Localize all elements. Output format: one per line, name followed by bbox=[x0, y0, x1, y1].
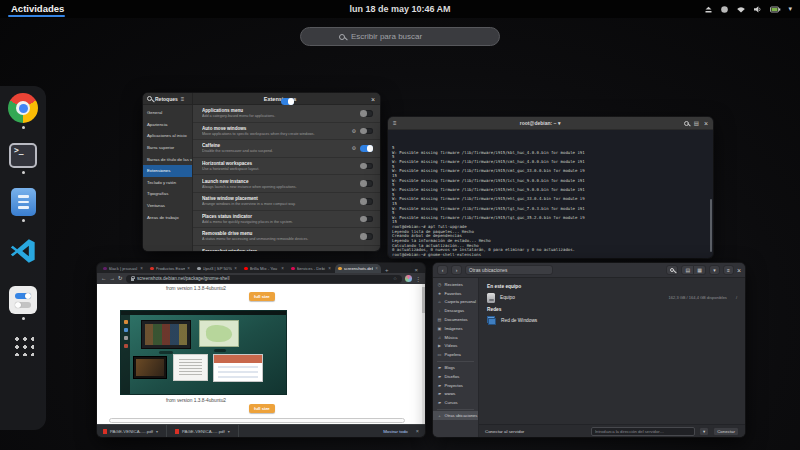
terminal-scrollbar[interactable] bbox=[710, 199, 712, 253]
forward-button[interactable]: › bbox=[451, 265, 462, 275]
browser-tab[interactable]: Upst3 | SP 50%2 × bbox=[194, 264, 240, 273]
sidebar-place[interactable]: ▰ Cursos bbox=[433, 398, 478, 407]
sidebar-item[interactable]: Tipografías bbox=[143, 188, 192, 200]
close-icon[interactable]: × bbox=[371, 96, 375, 103]
sidebar-place[interactable]: ⌂ Carpeta personal bbox=[433, 298, 478, 307]
sidebar-place[interactable]: ★ Favoritos bbox=[433, 289, 478, 298]
dock-item-app-grid[interactable] bbox=[12, 334, 34, 362]
browser-tab[interactable]: Services - Debi × bbox=[288, 264, 334, 273]
dock-item-chrome[interactable] bbox=[8, 93, 38, 129]
browser-tab[interactable]: screenshots.debi × bbox=[335, 264, 381, 273]
extension-toggle[interactable] bbox=[360, 180, 373, 187]
sidebar-item[interactable]: Barra superior bbox=[143, 142, 192, 154]
connect-button[interactable]: Conectar bbox=[713, 427, 739, 436]
sidebar-item[interactable]: Áreas de trabajo bbox=[143, 211, 192, 223]
dock-item-vscode[interactable] bbox=[8, 236, 38, 272]
gear-icon[interactable]: ⚙ bbox=[352, 128, 356, 134]
clock[interactable]: lun 18 de may 10:46 AM bbox=[349, 4, 450, 14]
list-view-button[interactable]: ▤ bbox=[681, 265, 694, 275]
close-icon[interactable]: × bbox=[737, 267, 741, 274]
back-icon[interactable]: ← bbox=[101, 276, 107, 282]
extensions-master-toggle[interactable] bbox=[281, 98, 294, 105]
system-status-area[interactable]: ▾ bbox=[704, 5, 792, 14]
search-input[interactable] bbox=[351, 32, 461, 41]
close-downloads-bar-icon[interactable]: × bbox=[416, 428, 419, 434]
server-address-input[interactable] bbox=[591, 427, 695, 436]
browser-menu-icon[interactable]: ⋮ bbox=[415, 275, 421, 282]
bookmark-star-icon[interactable]: ☆ bbox=[393, 276, 397, 281]
sidebar-place[interactable]: ↓ Descargas bbox=[433, 306, 478, 315]
dock-item-files[interactable] bbox=[11, 188, 36, 222]
location-row-computer[interactable]: Equipo 162,3 GB / 164,4 GB disponibles / bbox=[487, 291, 737, 304]
browser-tab[interactable]: Brilla Mix - You × bbox=[241, 264, 287, 273]
tab-close-icon[interactable]: × bbox=[328, 266, 331, 271]
extension-toggle[interactable] bbox=[360, 128, 373, 135]
download-item[interactable]: PAGE-VENICA-….pdf ▾ bbox=[103, 425, 167, 437]
extension-toggle[interactable] bbox=[360, 233, 373, 240]
page-text-input[interactable] bbox=[109, 418, 405, 423]
show-all-downloads-button[interactable]: Mostrar todo bbox=[383, 429, 408, 434]
sidebar-item[interactable]: Ventanas bbox=[143, 200, 192, 212]
window-files[interactable]: ‹ › Otras ubicaciones ▤ ▦ ▾ ≡ × ◷ Recien… bbox=[433, 263, 745, 437]
sidebar-place[interactable]: ▶ Vídeos bbox=[433, 342, 478, 351]
sidebar-item[interactable]: Extensiones bbox=[143, 165, 192, 177]
search-icon[interactable] bbox=[147, 96, 152, 101]
grid-view-button[interactable]: ▦ bbox=[694, 265, 706, 275]
recent-servers-button[interactable]: ▾ bbox=[699, 427, 709, 436]
menu-button[interactable]: ≡ bbox=[723, 265, 734, 275]
sidebar-item[interactable]: Apariencia bbox=[143, 119, 192, 131]
sidebar-place[interactable]: ▭ Papelera bbox=[433, 350, 478, 359]
tab-close-icon[interactable]: × bbox=[234, 266, 237, 271]
tab-close-icon[interactable]: × bbox=[375, 266, 378, 271]
sidebar-place[interactable]: ▰ Blogs bbox=[433, 363, 478, 372]
extension-toggle[interactable] bbox=[360, 163, 373, 170]
extension-toggle[interactable] bbox=[360, 198, 373, 205]
pathbar[interactable]: Otras ubicaciones bbox=[465, 265, 553, 275]
chevron-down-icon[interactable]: ▾ bbox=[156, 429, 158, 434]
fullsize-button[interactable]: full size bbox=[249, 292, 275, 301]
profile-avatar[interactable] bbox=[405, 275, 412, 282]
window-terminal[interactable]: ≡ root@debian: ~ ▾ ▤ × 5W: Possible miss… bbox=[388, 117, 713, 258]
fullsize-button[interactable]: full size bbox=[249, 404, 275, 413]
sidebar-place[interactable]: ▰ Diseños bbox=[433, 372, 478, 381]
search-button[interactable] bbox=[666, 265, 678, 275]
menu-icon[interactable]: ≡ bbox=[393, 120, 397, 126]
gear-icon[interactable]: ⚙ bbox=[352, 145, 356, 151]
sidebar-item[interactable]: Aplicaciones al inicio bbox=[143, 130, 192, 142]
reload-icon[interactable]: ↻ bbox=[118, 276, 123, 282]
location-row-windows-network[interactable]: Red de Windows bbox=[487, 314, 737, 327]
webpage-screenshots-debian[interactable]: from version 1.3.8-4ubuntu2 full size fr… bbox=[97, 284, 425, 424]
dock-item-terminal[interactable] bbox=[9, 143, 37, 174]
overview-search[interactable] bbox=[300, 27, 500, 46]
sidebar-place[interactable]: + Otras ubicaciones bbox=[433, 411, 478, 420]
sidebar-place[interactable]: ▣ Imágenes bbox=[433, 324, 478, 333]
browser-tab[interactable]: Productos Exam × bbox=[147, 264, 193, 273]
new-tab-button[interactable]: + bbox=[382, 267, 392, 273]
menu-grid-icon[interactable]: ▤ bbox=[694, 120, 699, 126]
window-browser[interactable]: Slack | jesusasl × Productos Exam × Upst… bbox=[97, 263, 425, 437]
close-icon[interactable]: × bbox=[704, 120, 708, 127]
dock-item-tweaks[interactable] bbox=[9, 286, 37, 320]
extension-toggle[interactable] bbox=[360, 216, 373, 223]
page-scrollbar[interactable] bbox=[422, 284, 425, 424]
sidebar-place[interactable]: ▤ Documentos bbox=[433, 315, 478, 324]
sidebar-place[interactable]: ▰ wwws bbox=[433, 390, 478, 399]
extension-toggle[interactable] bbox=[360, 145, 373, 152]
sidebar-place[interactable]: ♫ Música bbox=[433, 333, 478, 342]
search-icon[interactable] bbox=[684, 121, 689, 126]
window-tweaks[interactable]: Retoques ≡ Extensiones × GeneralAparienc… bbox=[143, 93, 380, 251]
forward-icon[interactable]: → bbox=[110, 276, 116, 282]
sidebar-item[interactable]: Barras de título de las ventanas bbox=[143, 153, 192, 165]
view-options-button[interactable]: ▾ bbox=[709, 265, 720, 275]
extension-toggle[interactable] bbox=[360, 110, 373, 117]
sidebar-place[interactable]: ▰ Proyectos bbox=[433, 381, 478, 390]
address-bar[interactable]: screenshots.debian.net/package/gnome-she… bbox=[126, 275, 402, 283]
download-item[interactable]: PAGE-VENICA-….pdf ▾ bbox=[175, 425, 239, 437]
chevron-down-icon[interactable]: ▾ bbox=[228, 429, 230, 434]
sidebar-item[interactable]: Teclado y ratón bbox=[143, 177, 192, 189]
tab-close-icon[interactable]: × bbox=[187, 266, 190, 271]
tab-close-icon[interactable]: × bbox=[281, 266, 284, 271]
activities-button[interactable]: Actividades bbox=[8, 1, 67, 18]
terminal-output[interactable]: 5W: Possible missing firmware /lib/firmw… bbox=[388, 130, 713, 258]
browser-tab[interactable]: Slack | jesusasl × bbox=[100, 264, 146, 273]
